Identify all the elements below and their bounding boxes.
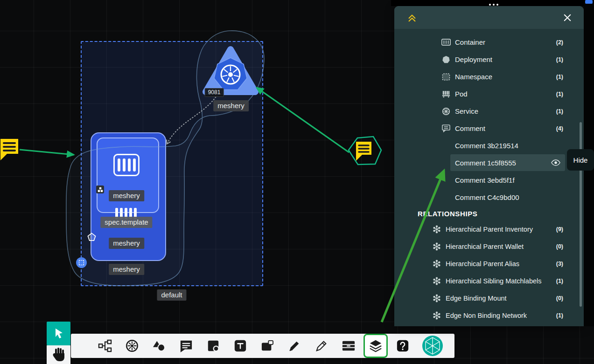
relationship-row[interactable]: Hierarchical Parent Alias(3): [394, 255, 584, 272]
container-label: meshery: [109, 190, 144, 201]
resource-count: (1): [556, 56, 563, 63]
relationship-row[interactable]: Hierarchical Sibling Matchlabels(1): [394, 272, 584, 289]
namespace-label: default: [157, 289, 186, 301]
relationship-count: (1): [556, 278, 563, 284]
shapes-tool[interactable]: [151, 338, 167, 354]
relationships-header: RELATIONSHIPS: [394, 206, 584, 220]
comment-tool[interactable]: [178, 338, 194, 354]
comment-label: Comment 3ebd5f1f: [455, 176, 515, 184]
resource-label: Deployment: [455, 55, 556, 63]
relationship-count: (3): [556, 261, 563, 267]
comment-item[interactable]: Comment 3ebd5f1f: [450, 172, 565, 188]
relationship-count: (1): [556, 312, 563, 319]
relationship-icon: [433, 294, 442, 302]
comment-list: Comment 3b219514Comment 1c5f8555Comment …: [394, 137, 584, 206]
relationship-icon: [433, 260, 442, 268]
relationship-count: (9): [556, 226, 563, 233]
elements-panel: Container(2)Deployment(1)Namespace(1)Pod…: [394, 6, 584, 326]
deployment-icon: [441, 55, 451, 64]
namespace-icon: [441, 73, 451, 81]
comment-icon: [441, 124, 451, 132]
pod-badge-icon: [96, 185, 104, 193]
resource-label: Service: [455, 107, 556, 115]
comment-label: Comment C4c9bd00: [455, 193, 519, 201]
resource-label: Pod: [455, 90, 556, 98]
relationship-icon: [433, 242, 442, 251]
comment-item[interactable]: Comment C4c9bd00: [450, 189, 565, 206]
comment-item[interactable]: Comment 1c5f8555: [450, 154, 565, 171]
relationship-label: Edge Non Binding Network: [446, 312, 556, 319]
relationship-label: Hierarchical Parent Inventory: [446, 226, 556, 233]
resource-label: Comment: [455, 124, 556, 132]
resource-row-namespace[interactable]: Namespace(1): [394, 68, 584, 85]
collapse-panel-icon[interactable]: [407, 13, 417, 22]
help-button[interactable]: [395, 338, 411, 354]
resource-row-deployment[interactable]: Deployment(1): [394, 51, 584, 68]
resource-row-service[interactable]: Service(1): [394, 103, 584, 120]
comment-label: Comment 3b219514: [455, 142, 518, 150]
kubernetes-tool[interactable]: [124, 338, 140, 354]
resource-row-comment[interactable]: Comment(4): [394, 120, 584, 137]
layers-tool[interactable]: [368, 338, 384, 354]
deployment-badge-icon: [87, 233, 96, 243]
resource-count: (1): [556, 91, 563, 97]
resource-label: Container: [455, 38, 556, 46]
namespace-badge-icon: [76, 257, 87, 268]
relationship-label: Edge Binding Mount: [446, 295, 556, 302]
schema-tool[interactable]: [97, 338, 113, 354]
relationship-row[interactable]: Edge Binding Mount(0): [394, 289, 584, 307]
eye-icon[interactable]: [551, 159, 560, 166]
rectangle-tool[interactable]: [259, 338, 275, 354]
deployment-label: meshery: [109, 264, 144, 275]
relationship-label: Hierarchical Parent Wallet: [446, 243, 556, 250]
pencil-tool[interactable]: [314, 338, 329, 354]
k8s-node-label: meshery: [213, 100, 249, 111]
comment-label: Comment 1c5f8555: [455, 159, 516, 167]
container-icon: [441, 39, 451, 46]
resource-count: (4): [556, 125, 563, 132]
relationship-count: (0): [556, 243, 563, 250]
spec-template-label: spec.template: [100, 217, 152, 228]
comment-node-left[interactable]: [0, 139, 18, 160]
resource-list: Container(2)Deployment(1)Namespace(1)Pod…: [394, 34, 584, 137]
hide-tooltip: Hide: [567, 149, 594, 171]
close-panel-icon[interactable]: [563, 14, 574, 22]
pan-tool[interactable]: [47, 345, 70, 364]
relationship-row[interactable]: Edge Non Binding Network(1): [394, 307, 584, 324]
relationship-icon: [433, 311, 442, 320]
toolbar: [71, 334, 454, 358]
meshery-logo[interactable]: [422, 335, 443, 357]
text-tool[interactable]: [232, 338, 248, 354]
layers-tool-highlight: [363, 334, 388, 358]
select-tool[interactable]: [47, 322, 70, 345]
k8s-port-label: 9081: [205, 88, 224, 97]
resource-row-pod[interactable]: Pod(1): [394, 85, 584, 103]
resource-label: Namespace: [455, 73, 556, 81]
comment-item[interactable]: Comment 3b219514: [450, 137, 565, 154]
relationship-icon: [433, 225, 442, 234]
drawer-tool[interactable]: [341, 338, 356, 354]
relationship-icon: [433, 277, 442, 285]
container-node[interactable]: [113, 154, 140, 176]
comment-arrow-right: [257, 88, 349, 152]
more-options-icon[interactable]: [489, 4, 498, 6]
toolbar-row: [97, 334, 443, 358]
service-icon: [441, 107, 451, 116]
resource-count: (2): [556, 39, 563, 46]
relationship-list: Hierarchical Parent Inventory(9)Hierarch…: [394, 220, 584, 324]
resource-row-container[interactable]: Container(2): [394, 34, 584, 51]
relationship-label: Hierarchical Sibling Matchlabels: [446, 277, 556, 285]
comment-node-right[interactable]: [349, 137, 381, 165]
pen-tool[interactable]: [287, 338, 302, 354]
relationship-count: (0): [556, 295, 563, 302]
pod-icon: [441, 90, 451, 98]
comment-arrow-left: [20, 150, 74, 155]
relationship-row[interactable]: Hierarchical Parent Wallet(0): [394, 238, 584, 255]
pod-label: meshery: [109, 238, 144, 249]
resource-count: (1): [556, 74, 563, 80]
sticker-tool[interactable]: [205, 338, 221, 354]
relationship-row[interactable]: Hierarchical Parent Inventory(9): [394, 220, 584, 238]
panel-header: [394, 6, 584, 29]
corner-scroll-fragment: [585, 0, 593, 4]
relationship-label: Hierarchical Parent Alias: [446, 260, 556, 268]
